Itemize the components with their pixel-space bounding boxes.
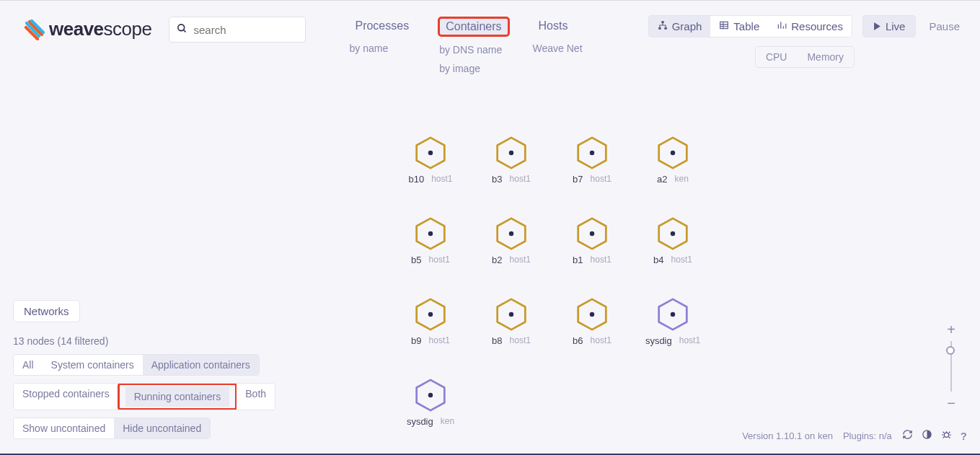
node-host: host1 (431, 174, 452, 185)
container-node[interactable]: b8host1 (472, 298, 551, 346)
view-graph-button[interactable]: Graph (649, 16, 711, 37)
svg-marker-13 (874, 22, 880, 30)
node-host: ken (675, 174, 689, 185)
filter-option[interactable]: Hide uncontained (114, 418, 210, 438)
container-node[interactable]: b1host1 (552, 217, 632, 265)
filter-option[interactable]: Application containers (143, 355, 259, 375)
node-name: b4 (653, 255, 663, 265)
node-host: host1 (429, 335, 450, 346)
svg-line-45 (943, 432, 944, 433)
zoom-out-button[interactable]: − (947, 396, 955, 410)
live-button[interactable]: Live (862, 15, 917, 37)
logo[interactable]: weavescope (23, 18, 151, 40)
topology-sub[interactable]: by name (348, 43, 416, 54)
hexagon-icon (391, 298, 470, 331)
svg-point-39 (428, 393, 433, 397)
filter-option[interactable]: Stopped containers (14, 384, 118, 410)
hexagon-icon (472, 298, 551, 331)
container-node[interactable]: b3host1 (472, 136, 551, 185)
search-box[interactable] (169, 17, 306, 43)
logo-text: weavescope (49, 18, 151, 40)
filter-option[interactable]: Both (237, 384, 275, 410)
zoom-slider[interactable] (950, 341, 952, 392)
node-name: sysdig (645, 335, 672, 346)
container-node[interactable]: b5host1 (391, 217, 470, 265)
svg-point-25 (509, 231, 513, 236)
container-node[interactable]: b2host1 (472, 217, 551, 265)
sitemap-icon (658, 20, 668, 32)
hexagon-icon (552, 217, 632, 250)
filter-panel: Networks 13 nodes (14 filtered) AllSyste… (13, 300, 275, 439)
node-name: b7 (573, 174, 583, 185)
contrast-icon[interactable] (922, 429, 932, 442)
plugins-text: Plugins: n/a (843, 430, 892, 441)
topology-containers[interactable]: Containers (438, 17, 509, 37)
topology-hosts[interactable]: Hosts (531, 17, 583, 35)
help-icon[interactable]: ? (961, 430, 967, 442)
svg-point-23 (428, 231, 433, 236)
node-host: host1 (510, 174, 531, 185)
node-host: host1 (510, 335, 531, 346)
container-node[interactable]: b7host1 (552, 136, 632, 185)
bug-icon[interactable] (941, 429, 952, 442)
svg-line-48 (948, 437, 950, 438)
view-mode-group: GraphTableResources (648, 15, 852, 37)
zoom-thumb[interactable] (946, 346, 955, 355)
node-name: b9 (411, 335, 421, 346)
hexagon-icon (552, 298, 632, 331)
topology-processes[interactable]: Processes (348, 17, 416, 35)
node-host: host1 (429, 255, 450, 265)
hexagon-icon (391, 217, 470, 250)
hexagon-icon (633, 298, 712, 331)
metric-memory-button[interactable]: Memory (797, 47, 854, 67)
filter-option[interactable]: All (14, 355, 43, 375)
networks-button[interactable]: Networks (13, 300, 80, 322)
metric-group: CPUMemory (755, 46, 855, 68)
container-node[interactable]: b10host1 (391, 136, 470, 185)
hexagon-icon (633, 136, 712, 169)
view-table-button[interactable]: Table (710, 16, 768, 37)
container-node[interactable]: b9host1 (391, 298, 470, 346)
pause-button[interactable]: Pause (926, 16, 963, 37)
node-host: host1 (591, 335, 612, 346)
topology-nav: Processesby nameContainersby DNS nameby … (348, 17, 582, 74)
header: weavescope Processesby nameContainersby … (0, 1, 980, 80)
filter-row-type: AllSystem containersApplication containe… (13, 354, 260, 376)
filter-option[interactable]: Show uncontained (14, 418, 114, 438)
svg-point-21 (671, 151, 675, 155)
topology-sub[interactable]: by image (438, 63, 509, 74)
container-node[interactable]: a2ken (633, 136, 712, 185)
node-name: b5 (411, 255, 421, 265)
topology-sub[interactable]: by DNS name (438, 44, 509, 56)
zoom-in-button[interactable]: + (947, 322, 955, 337)
node-name: b8 (492, 335, 502, 346)
svg-point-0 (178, 24, 185, 30)
filter-option[interactable]: System containers (43, 355, 143, 375)
node-name: b1 (573, 255, 583, 265)
svg-point-33 (509, 312, 513, 317)
topology-sub[interactable]: Weave Net (531, 43, 583, 54)
svg-point-35 (590, 312, 594, 317)
search-input[interactable] (193, 24, 298, 36)
container-node[interactable]: sysdighost1 (633, 298, 712, 346)
svg-point-15 (428, 151, 433, 155)
hexagon-icon (472, 217, 551, 250)
svg-point-17 (509, 151, 513, 155)
container-node[interactable]: sysdigken (391, 379, 470, 427)
node-name: sysdig (407, 416, 433, 427)
svg-rect-2 (661, 21, 664, 23)
status-bar: Version 1.10.1 on ken Plugins: n/a ? (742, 429, 967, 442)
metric-cpu-button[interactable]: CPU (756, 47, 798, 67)
version-text: Version 1.10.1 on ken (742, 430, 833, 441)
view-controls: GraphTableResources Live Pause CPUMemory (648, 15, 963, 68)
node-host: host1 (591, 174, 612, 185)
container-node[interactable]: b4host1 (633, 217, 712, 265)
container-node[interactable]: b6host1 (552, 298, 632, 346)
node-name: b3 (492, 174, 502, 185)
filter-option[interactable]: Running containers (125, 386, 230, 407)
refresh-icon[interactable] (902, 429, 913, 442)
zoom-control: + − (947, 322, 955, 410)
view-resources-button[interactable]: Resources (768, 16, 852, 37)
svg-line-47 (943, 437, 944, 438)
svg-rect-3 (658, 27, 661, 30)
